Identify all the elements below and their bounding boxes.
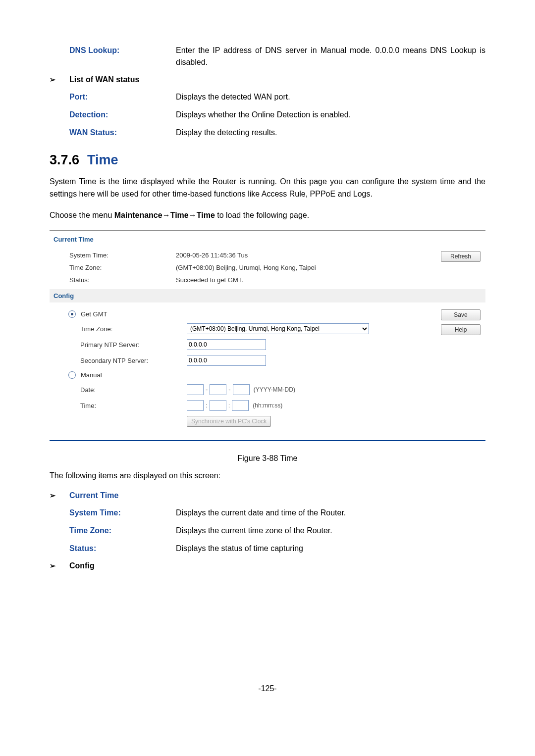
heading-list-wan-status: ➢ List of WAN status xyxy=(50,75,485,84)
heading-config: ➢ Config xyxy=(50,561,485,570)
dns-lookup-label: DNS Lookup: xyxy=(50,45,176,68)
triangle-right-icon: ➢ xyxy=(50,491,69,500)
page-number: -125- xyxy=(50,684,485,693)
wan-status-desc: Display the detecting results. xyxy=(176,127,485,139)
sync-pc-clock-button[interactable]: Synchronize with PC's Clock xyxy=(187,416,271,427)
date-year-input[interactable] xyxy=(187,384,204,395)
detection-desc: Displays whether the Online Detection is… xyxy=(176,109,485,121)
radio-get-gmt[interactable] xyxy=(68,310,76,318)
triangle-right-icon: ➢ xyxy=(50,75,69,84)
triangle-right-icon: ➢ xyxy=(50,561,69,570)
date-day-input[interactable] xyxy=(233,384,250,395)
detection-label: Detection: xyxy=(50,109,176,121)
refresh-button[interactable]: Refresh xyxy=(441,251,481,262)
port-label: Port: xyxy=(50,91,176,103)
time-label: Time: xyxy=(50,402,187,409)
dns-lookup-desc: Enter the IP address of DNS server in Ma… xyxy=(176,45,485,68)
help-button[interactable]: Help xyxy=(441,324,481,335)
radio-get-gmt-label: Get GMT xyxy=(81,310,107,318)
figure-caption: Figure 3-88 Time xyxy=(50,454,485,463)
primary-ntp-label: Primary NTP Server: xyxy=(50,341,187,349)
time-hint: (hh:mm:ss) xyxy=(253,402,282,409)
date-label: Date: xyxy=(50,386,187,394)
secondary-ntp-label: Secondary NTP Server: xyxy=(50,357,187,364)
radio-manual-label: Manual xyxy=(81,371,102,379)
config-heading: Config xyxy=(50,289,485,302)
fig-status-label: Status: xyxy=(50,276,176,284)
items-intro: The following items are displayed on thi… xyxy=(50,470,485,482)
fig-system-time-label: System Time: xyxy=(50,252,176,259)
radio-manual[interactable] xyxy=(68,371,76,379)
secondary-ntp-input[interactable] xyxy=(187,355,266,366)
heading-current-time: ➢ Current Time xyxy=(50,491,485,500)
paragraph-intro: System Time is the time displayed while … xyxy=(50,176,485,201)
ct-time-zone-label: Time Zone: xyxy=(50,525,176,537)
fig-system-time-value: 2009-05-26 11:45:36 Tus xyxy=(176,252,426,259)
time-config-figure: Current Time System Time: 2009-05-26 11:… xyxy=(50,230,485,441)
wan-status-label: WAN Status: xyxy=(50,127,176,139)
port-desc: Displays the detected WAN port. xyxy=(176,91,485,103)
ct-status-desc: Displays the status of time capturing xyxy=(176,543,485,554)
time-hh-input[interactable] xyxy=(187,400,204,411)
paragraph-menu-path: Choose the menu Maintenance→Time→Time to… xyxy=(50,209,485,222)
time-ss-input[interactable] xyxy=(232,400,249,411)
ct-system-time-label: System Time: xyxy=(50,507,176,519)
primary-ntp-input[interactable] xyxy=(187,339,266,350)
date-hint: (YYYY-MM-DD) xyxy=(254,386,295,393)
fig-time-zone-value: (GMT+08:00) Beijing, Urumqi, Hong Kong, … xyxy=(176,264,426,271)
time-mm-input[interactable] xyxy=(210,400,226,411)
current-time-heading: Current Time xyxy=(50,231,485,247)
section-heading: 3.7.6Time xyxy=(50,152,485,168)
ct-time-zone-desc: Displays the current time zone of the Ro… xyxy=(176,525,485,537)
save-button[interactable]: Save xyxy=(441,309,481,320)
cfg-time-zone-label: Time Zone: xyxy=(50,325,187,333)
fig-time-zone-label: Time Zone: xyxy=(50,264,176,271)
ct-status-label: Status: xyxy=(50,543,176,554)
date-month-input[interactable] xyxy=(210,384,226,395)
fig-status-value: Succeeded to get GMT. xyxy=(176,276,426,284)
time-zone-select[interactable]: (GMT+08:00) Beijing, Urumqi, Hong Kong, … xyxy=(187,323,369,334)
ct-system-time-desc: Displays the current date and time of th… xyxy=(176,507,485,519)
